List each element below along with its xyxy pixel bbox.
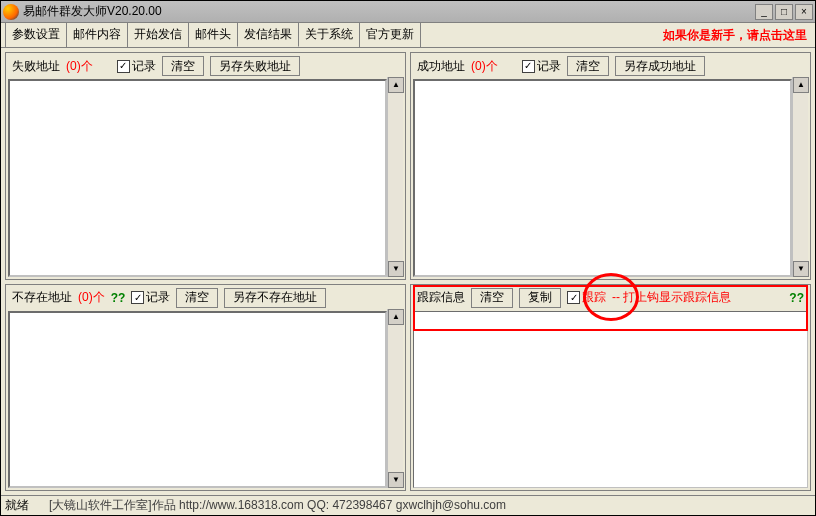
scroll-up-icon[interactable]: ▲ bbox=[388, 77, 404, 93]
tab-bar: 参数设置邮件内容开始发信邮件头发信结果关于系统官方更新 如果你是新手，请点击这里 bbox=[1, 23, 815, 47]
success-label: 成功地址 bbox=[417, 58, 465, 75]
success-record-label: 记录 bbox=[537, 58, 561, 75]
trace-hint: -- 打上钩显示跟踪信息 bbox=[612, 289, 731, 306]
statusbar: 就绪 [大镜山软件工作室]作品 http://www.168318.com QQ… bbox=[1, 495, 815, 515]
trace-clear-button[interactable]: 清空 bbox=[471, 288, 513, 308]
tab-6[interactable]: 官方更新 bbox=[359, 22, 421, 47]
tab-0[interactable]: 参数设置 bbox=[5, 22, 67, 47]
tab-4[interactable]: 发信结果 bbox=[237, 22, 299, 47]
trace-help-link[interactable]: ?? bbox=[789, 291, 804, 305]
bottom-row: 不存在地址 (0)个 ?? ✓ 记录 清空 另存不存在地址 ▲ ▼ bbox=[5, 284, 811, 491]
status-credit: [大镜山软件工作室]作品 http://www.168318.com QQ: 4… bbox=[49, 497, 506, 514]
success-scrollbar-v[interactable]: ▲ ▼ bbox=[792, 77, 808, 277]
notexist-clear-button[interactable]: 清空 bbox=[176, 288, 218, 308]
trace-copy-button[interactable]: 复制 bbox=[519, 288, 561, 308]
success-pane: 成功地址 (0)个 ✓ 记录 清空 另存成功地址 ▲ ▼ bbox=[410, 52, 811, 280]
fail-count: (0)个 bbox=[66, 58, 93, 75]
fail-textarea[interactable] bbox=[8, 79, 387, 277]
fail-record-label: 记录 bbox=[132, 58, 156, 75]
scroll-down-icon[interactable]: ▼ bbox=[388, 472, 404, 488]
minimize-button[interactable]: _ bbox=[755, 4, 773, 20]
trace-track-label: 跟踪 bbox=[582, 289, 606, 306]
tab-1[interactable]: 邮件内容 bbox=[66, 22, 128, 47]
notexist-record-checkbox[interactable]: ✓ 记录 bbox=[131, 289, 170, 306]
scroll-down-icon[interactable]: ▼ bbox=[793, 261, 809, 277]
tab-5[interactable]: 关于系统 bbox=[298, 22, 360, 47]
tab-3[interactable]: 邮件头 bbox=[188, 22, 238, 47]
novice-link[interactable]: 如果你是新手，请点击这里 bbox=[663, 27, 807, 44]
checkbox-icon: ✓ bbox=[117, 60, 130, 73]
success-record-checkbox[interactable]: ✓ 记录 bbox=[522, 58, 561, 75]
trace-label: 跟踪信息 bbox=[417, 289, 465, 306]
notexist-header: 不存在地址 (0)个 ?? ✓ 记录 清空 另存不存在地址 bbox=[8, 287, 403, 309]
fail-label: 失败地址 bbox=[12, 58, 60, 75]
notexist-scrollbar-v[interactable]: ▲ ▼ bbox=[387, 309, 403, 488]
top-row: 失败地址 (0)个 ✓ 记录 清空 另存失败地址 ▲ ▼ bbox=[5, 52, 811, 280]
window-controls: _ □ × bbox=[755, 4, 813, 20]
trace-header: 跟踪信息 清空 复制 ✓ 跟踪 -- 打上钩显示跟踪信息 ?? bbox=[413, 287, 808, 309]
content-area: 失败地址 (0)个 ✓ 记录 清空 另存失败地址 ▲ ▼ bbox=[1, 47, 815, 495]
close-button[interactable]: × bbox=[795, 4, 813, 20]
fail-record-checkbox[interactable]: ✓ 记录 bbox=[117, 58, 156, 75]
notexist-saveas-button[interactable]: 另存不存在地址 bbox=[224, 288, 326, 308]
app-icon bbox=[3, 4, 19, 20]
notexist-record-label: 记录 bbox=[146, 289, 170, 306]
success-saveas-button[interactable]: 另存成功地址 bbox=[615, 56, 705, 76]
fail-scrollbar-v[interactable]: ▲ ▼ bbox=[387, 77, 403, 277]
status-ready: 就绪 bbox=[5, 497, 29, 514]
success-clear-button[interactable]: 清空 bbox=[567, 56, 609, 76]
window-title: 易邮件群发大师V20.20.00 bbox=[23, 3, 755, 20]
fail-saveas-button[interactable]: 另存失败地址 bbox=[210, 56, 300, 76]
trace-pane: 跟踪信息 清空 复制 ✓ 跟踪 -- 打上钩显示跟踪信息 ?? bbox=[410, 284, 811, 491]
notexist-textarea[interactable] bbox=[8, 311, 387, 488]
notexist-label: 不存在地址 bbox=[12, 289, 72, 306]
notexist-help-link[interactable]: ?? bbox=[111, 291, 126, 305]
maximize-button[interactable]: □ bbox=[775, 4, 793, 20]
notexist-count: (0)个 bbox=[78, 289, 105, 306]
titlebar: 易邮件群发大师V20.20.00 _ □ × bbox=[1, 1, 815, 23]
scroll-up-icon[interactable]: ▲ bbox=[388, 309, 404, 325]
trace-track-checkbox[interactable]: ✓ 跟踪 bbox=[567, 289, 606, 306]
success-header: 成功地址 (0)个 ✓ 记录 清空 另存成功地址 bbox=[413, 55, 808, 77]
tab-2[interactable]: 开始发信 bbox=[127, 22, 189, 47]
checkbox-icon: ✓ bbox=[522, 60, 535, 73]
fail-header: 失败地址 (0)个 ✓ 记录 清空 另存失败地址 bbox=[8, 55, 403, 77]
notexist-pane: 不存在地址 (0)个 ?? ✓ 记录 清空 另存不存在地址 ▲ ▼ bbox=[5, 284, 406, 491]
fail-pane: 失败地址 (0)个 ✓ 记录 清空 另存失败地址 ▲ ▼ bbox=[5, 52, 406, 280]
success-textarea[interactable] bbox=[413, 79, 792, 277]
checkbox-icon: ✓ bbox=[567, 291, 580, 304]
scroll-down-icon[interactable]: ▼ bbox=[388, 261, 404, 277]
success-count: (0)个 bbox=[471, 58, 498, 75]
trace-textarea[interactable] bbox=[413, 311, 808, 488]
scroll-up-icon[interactable]: ▲ bbox=[793, 77, 809, 93]
fail-clear-button[interactable]: 清空 bbox=[162, 56, 204, 76]
app-window: 易邮件群发大师V20.20.00 _ □ × 参数设置邮件内容开始发信邮件头发信… bbox=[0, 0, 816, 516]
checkbox-icon: ✓ bbox=[131, 291, 144, 304]
